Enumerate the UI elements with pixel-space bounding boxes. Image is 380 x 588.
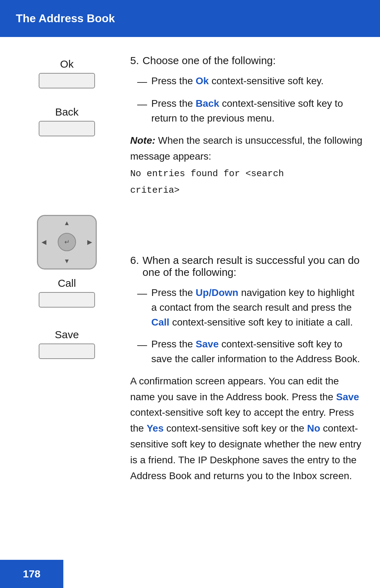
step6-paragraph: A confirmation screen appears. You can e…: [130, 373, 362, 484]
nav-arrow-up-icon: ▲: [64, 219, 70, 227]
page-title: The Address Book: [16, 12, 115, 25]
step6-number: 6.: [130, 254, 139, 278]
nav-pad: ▲ ▼ ◀ ▶ ↵: [37, 215, 97, 270]
step6-intro: When a search result is successful you c…: [142, 254, 362, 278]
step6-bullet1-text: Press the Up/Down navigation key to high…: [151, 285, 362, 330]
step5-bullet2-text: Press the Back context-sensitive soft ke…: [151, 96, 362, 126]
step5-bullet2: — Press the Back context-sensitive soft …: [137, 96, 362, 126]
back-label: Back: [55, 106, 79, 118]
call-soft-key-box: [39, 292, 95, 308]
step5-intro: Choose one of the following:: [142, 55, 276, 67]
step5-bullet1-text: Press the Ok context-sensitive soft key.: [151, 74, 324, 89]
enter-icon: ↵: [64, 238, 70, 246]
step5-bullets: — Press the Ok context-sensitive soft ke…: [130, 74, 362, 126]
nav-center-button: ↵: [58, 233, 76, 251]
nav-pad-section: ▲ ▼ ◀ ▶ ↵ Call Save: [37, 172, 97, 373]
step5-number: 5.: [130, 55, 139, 67]
step5-section: 5. Choose one of the following: — Press …: [130, 55, 362, 198]
step6-bullet2: — Press the Save context-sensitive soft …: [137, 337, 362, 366]
nav-arrow-left-icon: ◀: [42, 238, 46, 246]
main-content: Ok Back ▲ ▼ ◀ ▶ ↵ C: [0, 37, 380, 515]
footer-bar: 178: [0, 560, 63, 588]
right-column: 5. Choose one of the following: — Press …: [116, 51, 362, 501]
step6-bullet1: — Press the Up/Down navigation key to hi…: [137, 285, 362, 330]
note-block: Note: When the search is unsuccessful, t…: [130, 133, 362, 198]
code-line2: criteria>: [130, 183, 362, 198]
step6-header: 6. When a search result is successful yo…: [130, 254, 362, 278]
dash-icon-1: —: [137, 74, 147, 89]
save-label: Save: [55, 329, 79, 341]
back-soft-key-box: [39, 121, 95, 136]
step6-section: 6. When a search result is successful yo…: [130, 254, 362, 484]
step5-header: 5. Choose one of the following:: [130, 55, 362, 67]
save-button-diagram: Save: [39, 329, 95, 373]
code-line1: No entries found for <search: [130, 167, 362, 181]
back-button-diagram: Back: [39, 106, 95, 150]
ok-soft-key-box: [39, 73, 95, 88]
step5-bullet1: — Press the Ok context-sensitive soft ke…: [137, 74, 362, 89]
header-bar: The Address Book: [0, 0, 380, 37]
call-label: Call: [58, 277, 76, 289]
ok-button-diagram: Ok: [39, 58, 95, 103]
dash-icon-3: —: [137, 286, 147, 330]
save-soft-key-box: [39, 343, 95, 359]
page-number: 178: [23, 568, 40, 580]
note-keyword: Note:: [130, 135, 156, 146]
call-button-diagram: Call: [39, 277, 95, 322]
note-text: When the search is unsuccessful, the fol…: [130, 135, 362, 162]
nav-arrow-down-icon: ▼: [64, 258, 70, 265]
left-column: Ok Back ▲ ▼ ◀ ▶ ↵ C: [18, 51, 116, 501]
step6-bullet2-text: Press the Save context-sensitive soft ke…: [151, 337, 362, 366]
ok-label: Ok: [60, 58, 74, 70]
nav-pad-container: ▲ ▼ ◀ ▶ ↵: [37, 214, 97, 270]
dash-icon-4: —: [137, 338, 147, 366]
dash-icon-2: —: [137, 97, 147, 126]
nav-arrow-right-icon: ▶: [87, 238, 92, 246]
step6-bullets: — Press the Up/Down navigation key to hi…: [130, 285, 362, 366]
